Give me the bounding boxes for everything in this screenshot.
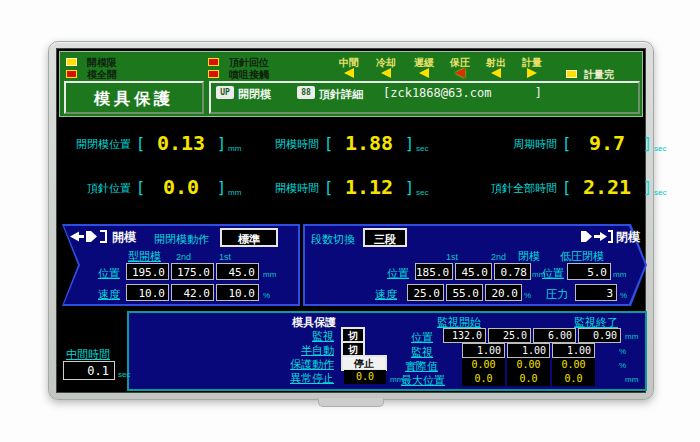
close-spd-3-field[interactable]: 20.0 bbox=[485, 284, 522, 301]
col-header-low-pressure: 低圧閉模 bbox=[560, 249, 604, 264]
col-header-2nd: 2nd bbox=[176, 252, 191, 262]
lp-position-unit: mm bbox=[613, 270, 626, 279]
max-pos-value-2: 0.0 bbox=[507, 372, 550, 386]
mold-open-panel: 開模 開閉模動作 標準 型開模 2nd 1st 位置 195.0 175.0 4… bbox=[62, 224, 300, 306]
open-spd-2-field[interactable]: 42.0 bbox=[171, 284, 214, 301]
open-spd-1-field[interactable]: 10.0 bbox=[126, 284, 169, 301]
nav-ejector-detail[interactable]: 頂針詳細 bbox=[319, 87, 363, 102]
bracket: [ bbox=[324, 175, 333, 197]
col-header-type-open: 型開模 bbox=[128, 249, 161, 264]
stage-switch-field[interactable]: 三段 bbox=[363, 228, 407, 247]
lamp-ejector-return bbox=[208, 58, 219, 66]
monitor-val-2-field[interactable]: 1.00 bbox=[507, 343, 550, 358]
max-pos-row-label: 最大位置 bbox=[401, 373, 445, 388]
protect-monitor-row-label: 監視 bbox=[411, 345, 433, 360]
metering-done-label: 計量完 bbox=[584, 68, 614, 82]
bracket: ] bbox=[217, 175, 226, 197]
lamp-label: 噴咀接觸 bbox=[229, 68, 269, 82]
position-row-label: 位置 bbox=[98, 266, 120, 281]
nav-open-close-mold[interactable]: 開閉模 bbox=[238, 87, 271, 102]
measure-value: 1.12 bbox=[333, 175, 405, 199]
up-page-icon[interactable]: UP bbox=[216, 86, 234, 99]
measure-label: 頂針位置 bbox=[67, 175, 131, 196]
monitor-val-1-field[interactable]: 1.00 bbox=[462, 343, 505, 358]
bracket: ] bbox=[405, 175, 414, 197]
max-pos-value-1: 0.0 bbox=[462, 372, 505, 386]
position-row-label: 位置 bbox=[387, 266, 409, 281]
monitor-stand bbox=[318, 398, 384, 407]
close-pos-3-field[interactable]: 0.78 bbox=[494, 263, 531, 280]
actual-row-label: 實際值 bbox=[405, 359, 438, 374]
measure-ejector-total-time: 頂針全部時間 [ 2.21 ] sec bbox=[457, 175, 667, 199]
bracket: [ bbox=[324, 131, 333, 153]
bracket: ] bbox=[643, 175, 652, 197]
mold-close-panel: 段数切換 三段 閉模 1st 2nd 閉模 低圧閉模 位置 185.0 45.0… bbox=[303, 224, 647, 306]
lp-pressure-unit: % bbox=[620, 291, 627, 300]
measure-ejector-position: 頂針位置 [ 0.0 ] mm bbox=[67, 175, 241, 199]
monitor-pos-3-field[interactable]: 6.00 bbox=[533, 328, 576, 343]
lp-position-label: 位置 bbox=[542, 266, 564, 281]
mold-action-field[interactable]: 標準 bbox=[220, 228, 278, 247]
speed-unit: % bbox=[263, 291, 270, 300]
close-spd-2-field[interactable]: 55.0 bbox=[446, 284, 483, 301]
measure-value: 9.7 bbox=[571, 131, 643, 155]
open-pos-1-field[interactable]: 195.0 bbox=[126, 263, 169, 280]
lp-pressure-field[interactable]: 3 bbox=[575, 284, 617, 301]
close-pos-2-field[interactable]: 45.0 bbox=[455, 263, 492, 280]
monitor-val-3-field[interactable]: 1.00 bbox=[552, 343, 595, 358]
semi-auto-label: 半自動 bbox=[239, 343, 334, 358]
lamp-mold-open-limit bbox=[66, 58, 77, 66]
protect-action-field[interactable]: 停止 bbox=[341, 355, 387, 371]
measure-label: 閉模時間 bbox=[265, 131, 319, 152]
monitor-label: 監視 bbox=[239, 329, 334, 344]
middle-time-field[interactable]: 0.1 bbox=[63, 361, 115, 380]
detail-page-icon[interactable]: 88 bbox=[297, 86, 315, 99]
lp-position-field[interactable]: 5.0 bbox=[567, 263, 611, 280]
nav-bar: UP 開閉模 88 頂針詳細 [zck1868@63.com ] bbox=[209, 81, 640, 114]
close-spd-1-field[interactable]: 25.0 bbox=[407, 284, 444, 301]
measure-label: 頂針全部時間 bbox=[457, 175, 557, 196]
max-pos-value-3: 0.0 bbox=[552, 372, 595, 386]
lp-pressure-label: 圧力 bbox=[546, 287, 568, 302]
arrow-left-icon bbox=[419, 68, 429, 78]
col-header-1st: 1st bbox=[446, 252, 458, 262]
bracket: [ bbox=[562, 175, 571, 197]
protect-pos-label: 位置 bbox=[411, 330, 433, 345]
lamp-nozzle-touch bbox=[208, 70, 219, 78]
monitor-pos-4-field[interactable]: 0.90 bbox=[578, 328, 621, 343]
middle-time-label: 中間時間 bbox=[66, 347, 110, 362]
bracket: [ bbox=[562, 131, 571, 153]
measure-cycle-time: 周期時間 [ 9.7 ] sec bbox=[473, 131, 667, 155]
monitor-pos-1-field[interactable]: 132.0 bbox=[443, 328, 486, 343]
close-pos-1-field[interactable]: 185.0 bbox=[415, 263, 453, 280]
col-header-2nd: 2nd bbox=[491, 252, 506, 262]
actual-value-1: 0.00 bbox=[462, 358, 505, 372]
address-field[interactable]: [zck1868@63.com ] bbox=[383, 86, 542, 100]
measure-value: 0.0 bbox=[145, 175, 217, 199]
open-pos-3-field[interactable]: 45.0 bbox=[216, 263, 259, 280]
actual-value-2: 0.00 bbox=[507, 358, 550, 372]
open-pos-2-field[interactable]: 175.0 bbox=[171, 263, 214, 280]
speed-row-label: 速度 bbox=[98, 287, 120, 302]
measure-close-time: 閉模時間 [ 1.88 ] sec bbox=[265, 131, 429, 155]
monitor-pos-2-field[interactable]: 25.0 bbox=[488, 328, 531, 343]
speed-unit: % bbox=[524, 291, 531, 300]
mold-open-direction-icon bbox=[70, 229, 108, 244]
measure-unit: mm bbox=[228, 131, 241, 153]
arrow-left-icon bbox=[381, 68, 391, 78]
mold-close-direction-icon bbox=[581, 229, 613, 244]
monitor-bezel: 開模限 模全開 頂針回位 噴咀接觸 中間 冷却 遲緩 保圧 射出 計量 計量完 … bbox=[48, 41, 654, 400]
header-panel: 開模限 模全開 頂針回位 噴咀接觸 中間 冷却 遲緩 保圧 射出 計量 計量完 … bbox=[59, 51, 643, 117]
protect-pos-unit: mm bbox=[625, 332, 638, 341]
lamp-mold-full-open bbox=[66, 70, 77, 78]
speed-row-label: 速度 bbox=[375, 287, 397, 302]
position-unit: mm bbox=[263, 270, 276, 279]
open-spd-3-field[interactable]: 10.0 bbox=[216, 284, 259, 301]
protect-action-label: 保護動作 bbox=[239, 357, 334, 372]
arrow-right-icon bbox=[527, 68, 537, 78]
hmi-screen: 開模限 模全開 頂針回位 噴咀接觸 中間 冷却 遲緩 保圧 射出 計量 計量完 … bbox=[56, 48, 646, 393]
actual-unit: % bbox=[619, 361, 626, 370]
col-header-1st: 1st bbox=[219, 252, 231, 262]
col-header-close: 閉模 bbox=[518, 249, 540, 264]
bracket: ] bbox=[643, 131, 652, 153]
